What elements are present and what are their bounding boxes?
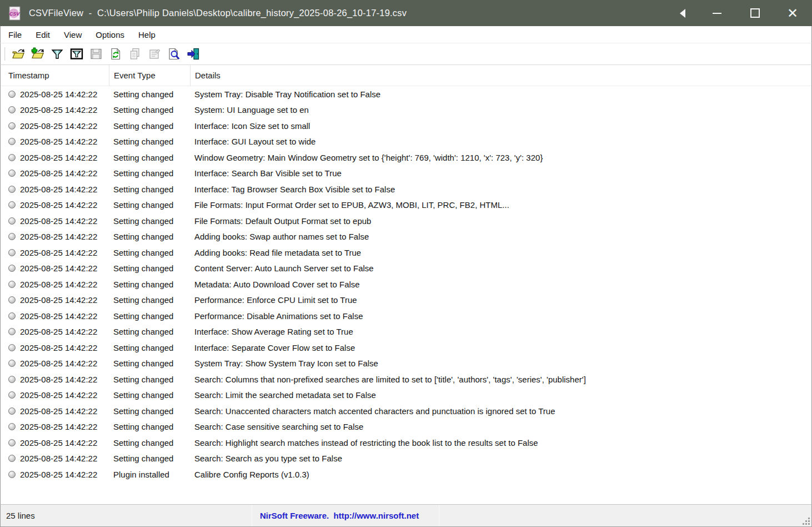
timestamp-cell: 2025-08-25 14:42:22: [20, 311, 113, 321]
table-row[interactable]: 2025-08-25 14:42:22Setting changedPerfor…: [1, 292, 811, 309]
timestamp-cell: 2025-08-25 14:42:22: [20, 406, 113, 416]
details-cell: Search: Limit the searched metadata set …: [194, 390, 811, 400]
properties-button[interactable]: [146, 46, 162, 62]
details-cell: File Formats: Input Format Order set to …: [194, 200, 811, 210]
timestamp-cell: 2025-08-25 14:42:22: [20, 232, 113, 241]
refresh-icon: [109, 47, 122, 61]
table-row[interactable]: 2025-08-25 14:42:22Setting changedSearch…: [1, 451, 811, 467]
timestamp-cell: 2025-08-25 14:42:22: [20, 343, 113, 352]
filter-button[interactable]: [49, 46, 65, 62]
details-cell: Search: Unaccented characters match acce…: [194, 406, 811, 416]
table-row[interactable]: 2025-08-25 14:42:22Setting changedWindow…: [1, 150, 811, 166]
statusbar-empty: [439, 505, 811, 526]
event-type-cell: Setting changed: [113, 454, 194, 463]
timestamp-cell: 2025-08-25 14:42:22: [20, 422, 113, 431]
menu-view[interactable]: View: [58, 27, 88, 42]
event-type-cell: Setting changed: [113, 216, 194, 226]
toolbar-gripper: [4, 47, 6, 61]
refresh-button[interactable]: [107, 46, 123, 62]
open-add-file-button[interactable]: [29, 46, 46, 62]
sphere-bullet-icon: [8, 186, 16, 193]
table-row[interactable]: 2025-08-25 14:42:22Setting changedAdding…: [1, 245, 811, 261]
details-cell: System: UI Language set to en: [194, 105, 811, 115]
minimize-button[interactable]: [704, 0, 730, 26]
table-row[interactable]: 2025-08-25 14:42:22Setting changedInterf…: [1, 324, 811, 340]
sphere-bullet-icon: [8, 217, 16, 225]
table-row[interactable]: 2025-08-25 14:42:22Setting changedAdding…: [1, 229, 811, 245]
column-header-details[interactable]: Details: [190, 65, 811, 86]
display-filter-icon: [70, 47, 83, 61]
event-type-cell: Setting changed: [113, 200, 194, 210]
menu-edit[interactable]: Edit: [29, 27, 56, 42]
column-header-event-type[interactable]: Event Type: [109, 65, 190, 86]
svg-text:CSV: CSV: [9, 11, 21, 16]
save-icon: [89, 47, 103, 61]
table-row[interactable]: 2025-08-25 14:42:22Setting changedConten…: [1, 261, 811, 277]
event-type-cell: Setting changed: [113, 232, 194, 241]
sphere-bullet-icon: [8, 344, 16, 351]
close-button[interactable]: ✕: [780, 0, 805, 26]
toolbar: [0, 43, 812, 65]
sphere-bullet-icon: [8, 265, 16, 272]
table-row[interactable]: 2025-08-25 14:42:22Setting changedInterf…: [1, 166, 811, 182]
table-row[interactable]: 2025-08-25 14:42:22Setting changedSearch…: [1, 387, 811, 404]
table-row[interactable]: 2025-08-25 14:42:22Setting changedSearch…: [1, 435, 811, 451]
timestamp-cell: 2025-08-25 14:42:22: [20, 248, 113, 257]
sphere-bullet-icon: [8, 201, 16, 208]
event-type-cell: Setting changed: [113, 375, 194, 384]
timestamp-cell: 2025-08-25 14:42:22: [20, 168, 113, 178]
exit-icon: [187, 47, 200, 61]
sphere-bullet-icon: [8, 281, 16, 288]
timestamp-cell: 2025-08-25 14:42:22: [20, 185, 113, 194]
table-row[interactable]: 2025-08-25 14:42:22Setting changedInterf…: [1, 340, 811, 356]
details-cell: File Formats: Default Output Format set …: [194, 216, 811, 226]
nirsoft-link[interactable]: NirSoft Freeware. http://www.nirsoft.net: [260, 511, 419, 520]
table-row[interactable]: 2025-08-25 14:42:22Setting changedSystem…: [1, 356, 811, 372]
details-cell: Search: Case sensitive searching set to …: [194, 422, 811, 431]
sphere-bullet-icon: [8, 376, 16, 383]
table-row[interactable]: 2025-08-25 14:42:22Setting changedSearch…: [1, 419, 811, 435]
maximize-button[interactable]: [742, 0, 768, 26]
event-type-cell: Setting changed: [113, 121, 194, 131]
table-row[interactable]: 2025-08-25 14:42:22Setting changedInterf…: [1, 118, 811, 134]
menu-file[interactable]: File: [2, 27, 28, 42]
sphere-bullet-icon: [8, 471, 16, 478]
table-row[interactable]: 2025-08-25 14:42:22Setting changedSystem…: [1, 102, 811, 118]
menu-options[interactable]: Options: [89, 27, 131, 42]
event-type-cell: Setting changed: [113, 438, 194, 448]
display-filter-button[interactable]: [68, 46, 84, 62]
save-button[interactable]: [88, 46, 104, 62]
menu-help[interactable]: Help: [132, 27, 162, 42]
properties-icon: [148, 47, 161, 61]
close-icon: ✕: [787, 7, 798, 20]
table-row[interactable]: 2025-08-25 14:42:22Setting changedInterf…: [1, 181, 811, 197]
titlebar: CSV CSVFileView - C:\Users\Philip Daniel…: [0, 0, 812, 26]
statusbar: 25 lines NirSoft Freeware. http://www.ni…: [0, 504, 812, 527]
table-row[interactable]: 2025-08-25 14:42:22Setting changedFile F…: [1, 213, 811, 229]
event-type-cell: Setting changed: [113, 422, 194, 431]
table-row[interactable]: 2025-08-25 14:42:22Setting changedSearch…: [1, 371, 811, 387]
table-row[interactable]: 2025-08-25 14:42:22Setting changedMetada…: [1, 276, 811, 292]
csv-list-view: Timestamp Event Type Details 2025-08-25 …: [0, 65, 812, 504]
table-row[interactable]: 2025-08-25 14:42:22Plugin installedCalib…: [1, 466, 811, 483]
find-button[interactable]: [166, 46, 182, 62]
event-type-cell: Setting changed: [113, 185, 194, 194]
event-type-cell: Plugin installed: [113, 470, 194, 479]
table-row[interactable]: 2025-08-25 14:42:22Setting changedSearch…: [1, 403, 811, 419]
table-row[interactable]: 2025-08-25 14:42:22Setting changedSystem…: [1, 86, 811, 102]
table-row[interactable]: 2025-08-25 14:42:22Setting changedInterf…: [1, 134, 811, 150]
table-row[interactable]: 2025-08-25 14:42:22Setting changedPerfor…: [1, 308, 811, 324]
copy-button[interactable]: [127, 46, 143, 62]
details-cell: Adding books: Swap author names set to F…: [194, 232, 811, 241]
details-cell: Interface: Show Average Rating set to Tr…: [194, 327, 811, 336]
sphere-bullet-icon: [8, 423, 16, 430]
table-row[interactable]: 2025-08-25 14:42:22Setting changedFile F…: [1, 197, 811, 213]
exit-button[interactable]: [185, 46, 201, 62]
triangle-left-icon[interactable]: [680, 9, 685, 18]
open-file-button[interactable]: [10, 46, 26, 62]
column-header-timestamp[interactable]: Timestamp: [1, 65, 109, 86]
event-type-cell: Setting changed: [113, 105, 194, 115]
resize-grip-icon[interactable]: [802, 517, 810, 525]
event-type-cell: Setting changed: [113, 406, 194, 416]
event-type-cell: Setting changed: [113, 327, 194, 336]
